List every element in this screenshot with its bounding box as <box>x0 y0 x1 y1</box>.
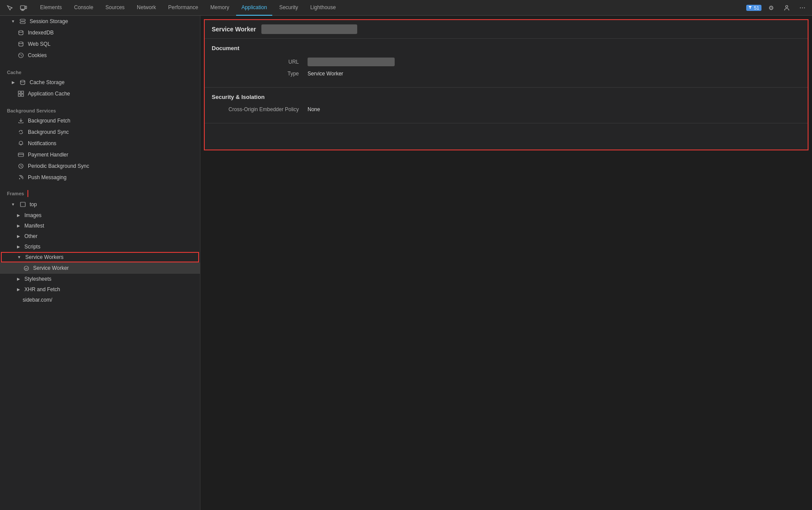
svg-point-15 <box>21 55 22 56</box>
frame-icon <box>19 201 26 208</box>
periodic-bg-sync-label: Periodic Background Sync <box>28 163 89 169</box>
sidebar-item-xhr-fetch[interactable]: XHR and Fetch <box>0 284 200 295</box>
other-arrow <box>16 234 21 239</box>
tab-bar: Elements Console Sources Network Perform… <box>0 0 812 16</box>
sidebar-item-scripts[interactable]: Scripts <box>0 241 200 252</box>
indexeddb-icon <box>17 29 24 36</box>
sidebar-item-sidebar-com[interactable]: sidebar.com/ <box>0 295 200 305</box>
sw-security-title: Security & Isolation <box>212 94 801 100</box>
sidebar-item-app-cache[interactable]: Application Cache <box>0 88 200 99</box>
cache-storage-icon <box>19 79 26 86</box>
service-worker-item-icon <box>23 265 30 272</box>
sw-coep-value: None <box>308 106 320 112</box>
sidebar-item-service-workers[interactable]: Service Workers <box>1 252 199 262</box>
images-label: Images <box>24 212 41 218</box>
tab-performance[interactable]: Performance <box>163 0 203 16</box>
sidebar-item-other[interactable]: Other <box>0 231 200 241</box>
database-icon <box>19 18 26 25</box>
svg-point-17 <box>20 80 25 82</box>
frames-section-label: Frames <box>7 191 24 196</box>
main-layout: Session Storage IndexedDB Web SQL <box>0 16 812 510</box>
issues-count: 51 <box>754 5 759 10</box>
cache-storage-arrow <box>10 80 16 85</box>
notifications-label: Notifications <box>28 140 56 146</box>
service-workers-label: Service Workers <box>25 254 64 260</box>
service-workers-arrow <box>17 255 22 260</box>
svg-rect-19 <box>21 91 24 93</box>
sidebar-item-websql[interactable]: Web SQL <box>0 38 200 50</box>
sidebar-item-payment-handler[interactable]: Payment Handler <box>0 149 200 160</box>
sw-url-label: URL <box>212 59 299 65</box>
tab-console[interactable]: Console <box>69 0 98 16</box>
sidebar-item-indexeddb[interactable]: IndexedDB <box>0 27 200 38</box>
user-icon[interactable] <box>781 2 793 14</box>
stylesheets-arrow <box>16 276 21 282</box>
sidebar-item-bg-fetch[interactable]: Background Fetch <box>0 115 200 126</box>
other-label: Other <box>24 233 37 239</box>
settings-icon[interactable]: ⚙ <box>765 2 777 14</box>
sidebar-item-service-worker-item[interactable]: Service Worker <box>0 262 200 274</box>
periodic-sync-icon <box>17 163 24 170</box>
more-icon[interactable]: ⋯ <box>796 2 809 14</box>
toolbar-right: 51 ⚙ ⋯ <box>746 2 809 14</box>
sw-coep-row: Cross-Origin Embedder Policy None <box>212 106 801 112</box>
session-storage-arrow <box>10 19 16 24</box>
sw-coep-label: Cross-Origin Embedder Policy <box>212 106 299 112</box>
bg-fetch-label: Background Fetch <box>28 118 70 124</box>
cookies-label: Cookies <box>28 52 47 58</box>
scripts-arrow <box>16 244 21 249</box>
tab-sources[interactable]: Sources <box>100 0 130 16</box>
sidebar-item-cache-storage[interactable]: Cache Storage <box>0 77 200 88</box>
sw-panel-title: Service Worker <box>212 26 256 33</box>
sidebar-item-stylesheets[interactable]: Stylesheets <box>0 274 200 284</box>
svg-rect-9 <box>20 19 25 21</box>
sidebar-item-push-messaging[interactable]: Push Messaging <box>0 172 200 183</box>
toolbar-left <box>3 2 30 14</box>
sidebar-item-images[interactable]: Images <box>0 210 200 221</box>
svg-point-11 <box>19 31 23 32</box>
sw-type-label: Type <box>212 71 299 77</box>
svg-rect-7 <box>749 6 751 7</box>
sw-panel-header: Service Worker <box>205 20 808 39</box>
sidebar-item-periodic-bg-sync[interactable]: Periodic Background Sync <box>0 160 200 172</box>
cache-section-label: Cache <box>0 65 200 77</box>
svg-point-13 <box>19 53 24 58</box>
issues-badge[interactable]: 51 <box>746 5 761 11</box>
sw-url-bar <box>261 24 357 34</box>
indexeddb-label: IndexedDB <box>28 30 54 36</box>
manifest-arrow <box>16 223 21 228</box>
tab-lighthouse[interactable]: Lighthouse <box>305 0 341 16</box>
svg-rect-1 <box>25 6 27 9</box>
notifications-icon <box>17 140 24 147</box>
sidebar-item-top[interactable]: top <box>0 199 200 210</box>
bg-sync-label: Background Sync <box>28 129 69 135</box>
svg-rect-22 <box>18 153 24 156</box>
sidebar-com-label: sidebar.com/ <box>23 297 52 303</box>
device-icon[interactable] <box>17 2 30 14</box>
service-worker-item-label: Service Worker <box>33 265 69 271</box>
cursor-icon[interactable] <box>3 2 16 14</box>
stylesheets-label: Stylesheets <box>24 276 51 282</box>
xhr-fetch-label: XHR and Fetch <box>24 286 60 292</box>
sidebar-item-manifest[interactable]: Manifest <box>0 221 200 231</box>
sidebar-item-bg-sync[interactable]: Background Sync <box>0 126 200 138</box>
svg-rect-21 <box>21 94 24 96</box>
sidebar-item-notifications[interactable]: Notifications <box>0 138 200 149</box>
sw-url-value <box>308 58 395 66</box>
tab-security[interactable]: Security <box>274 0 303 16</box>
tab-network[interactable]: Network <box>132 0 161 16</box>
sidebar-item-session-storage[interactable]: Session Storage <box>0 16 200 27</box>
top-label: top <box>30 201 37 207</box>
push-messaging-label: Push Messaging <box>28 174 67 180</box>
websql-icon <box>17 41 24 48</box>
cache-storage-label: Cache Storage <box>30 79 64 85</box>
svg-point-12 <box>19 42 23 44</box>
sw-empty-section <box>205 123 808 150</box>
sidebar: Session Storage IndexedDB Web SQL <box>0 16 200 510</box>
images-arrow <box>16 213 21 218</box>
manifest-label: Manifest <box>24 223 44 229</box>
tab-elements[interactable]: Elements <box>35 0 67 16</box>
tab-memory[interactable]: Memory <box>205 0 234 16</box>
sidebar-item-cookies[interactable]: Cookies <box>0 50 200 61</box>
tab-application[interactable]: Application <box>236 0 272 16</box>
